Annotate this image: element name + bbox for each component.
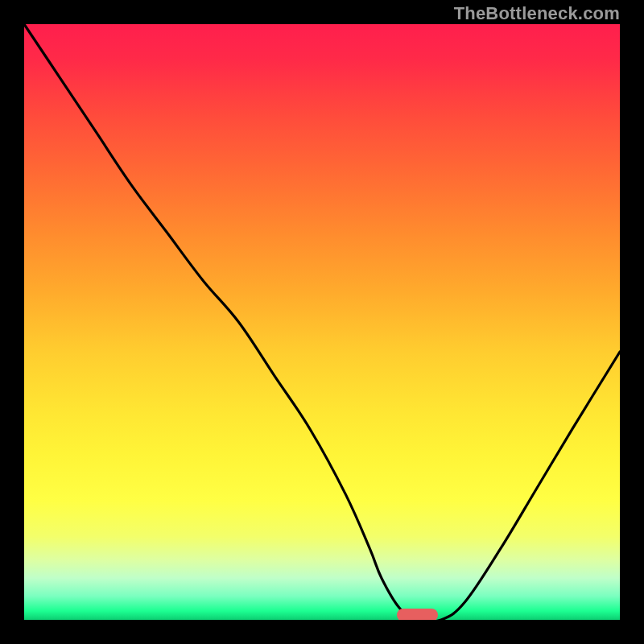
watermark-text: TheBottleneck.com: [454, 3, 620, 24]
plot-area: [24, 24, 620, 620]
optimal-marker: [397, 609, 439, 620]
chart-container: TheBottleneck.com: [0, 0, 644, 644]
bottleneck-curve: [24, 24, 620, 620]
